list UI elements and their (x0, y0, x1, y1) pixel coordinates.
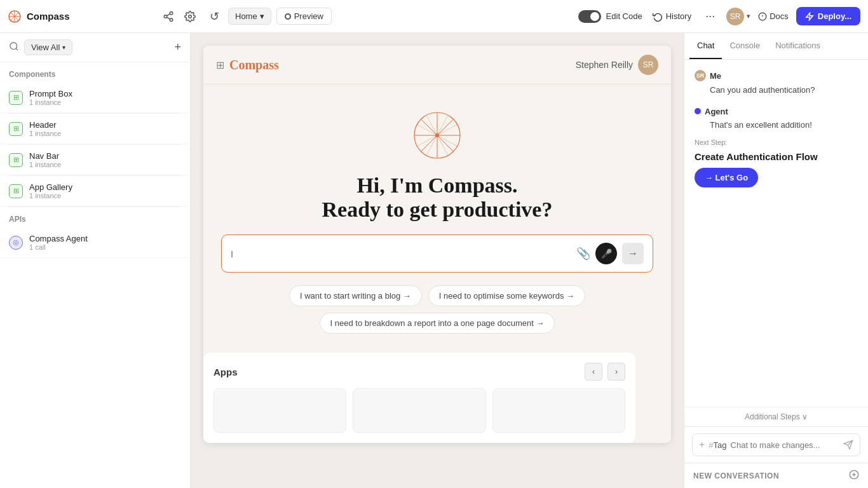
chip-1[interactable]: I need to optimise some keywords → (428, 285, 585, 306)
right-panel: Chat Console Notifications SR Me Can you… (684, 33, 868, 488)
main-layout: View All ▾ + Components ⊞ Prompt Box 1 i… (0, 33, 868, 488)
prompt-box-icon: ⊞ (9, 91, 23, 105)
agent-message-text: That's an excellent addition! (695, 119, 858, 132)
compass-agent-sub: 1 call (29, 243, 181, 251)
lets-go-button[interactable]: → Let's Go (695, 168, 758, 187)
topbar-right: SR ▾ Docs Deploy... (726, 7, 860, 25)
edit-code-toggle[interactable] (578, 10, 601, 23)
preview-button[interactable]: Preview (276, 8, 332, 25)
app-gallery-icon: ⊞ (9, 184, 23, 198)
chip-1-label: I need to optimise some keywords → (439, 291, 574, 301)
topbar-left: Compass (8, 8, 198, 25)
app-name: Compass (27, 11, 70, 22)
compass-wheel-svg (412, 110, 463, 161)
canvas: ⊞ Compass Stephen Reilly SR (191, 33, 684, 488)
header-sub: 1 instance (29, 130, 181, 137)
user-avatar: SR (726, 8, 744, 25)
prompt-input-container: 📎 🎤 → (221, 234, 653, 273)
svg-line-16 (16, 48, 18, 50)
chat-input-box: + # Tag document.querySelector('[data-na… (692, 433, 860, 456)
sidebar-item-app-gallery[interactable]: ⊞ App Gallery 1 instance (0, 176, 190, 207)
app-card-1[interactable] (214, 388, 346, 433)
deploy-icon (805, 12, 814, 21)
apps-nav: ‹ › (585, 363, 625, 381)
apps-header: Apps ‹ › (214, 363, 625, 381)
tab-notifications[interactable]: Notifications (768, 33, 828, 59)
message-agent: Agent That's an excellent addition! Next… (695, 107, 858, 188)
nav-bar-icon: ⊞ (9, 153, 23, 167)
send-button[interactable]: → (622, 243, 644, 264)
app-body: Hi, I'm Compass. Ready to get productive… (203, 85, 671, 353)
nav-bar-name: Nav Bar (29, 151, 181, 161)
me-sender: SR Me (695, 70, 858, 81)
history-icon (653, 11, 663, 22)
me-message-text: Can you add authentication? (695, 84, 858, 97)
chip-2-label: I need to breakdown a report into a one … (330, 318, 545, 328)
svg-line-8 (166, 17, 170, 19)
user-avatar-button[interactable]: SR ▾ (726, 8, 750, 25)
chip-0[interactable]: I want to start writing a blog → (289, 285, 422, 306)
settings-button[interactable] (182, 8, 198, 25)
tab-console[interactable]: Console (722, 33, 768, 59)
headline-line2: Ready to get productive? (322, 198, 553, 222)
components-section-label: Components (0, 62, 190, 83)
chip-2[interactable]: I need to breakdown a report into a one … (320, 313, 555, 334)
user-avatar-canvas: SR (638, 55, 658, 75)
sidebar-item-prompt-box[interactable]: ⊞ Prompt Box 1 instance (0, 83, 190, 113)
docs-icon (758, 12, 767, 21)
chat-input[interactable] (731, 440, 839, 450)
svg-point-5 (170, 11, 173, 15)
mic-button[interactable]: 🎤 (595, 243, 617, 264)
app-preview: ⊞ Compass Stephen Reilly SR (203, 46, 671, 443)
compass-agent-name: Compass Agent (29, 234, 181, 243)
new-conversation[interactable]: NEW CONVERSATION (684, 463, 868, 488)
prompt-box-sub: 1 instance (29, 98, 181, 106)
app-card-3[interactable] (492, 388, 625, 433)
preview-circle-icon (285, 13, 291, 20)
sidebar-item-compass-agent[interactable]: ◎ Compass Agent 1 call (0, 227, 190, 258)
undo-button[interactable]: ↺ (206, 7, 223, 26)
chat-send-button[interactable] (843, 440, 853, 450)
nav-bar-text: Nav Bar 1 instance (29, 151, 181, 168)
compass-agent-text: Compass Agent 1 call (29, 234, 181, 251)
chat-tag-button[interactable]: # Tag (709, 440, 726, 450)
view-all-label: View All (31, 43, 60, 52)
share-button[interactable] (160, 8, 177, 25)
header-text: Header 1 instance (29, 120, 181, 137)
canvas-content: ⊞ Compass Stephen Reilly SR (191, 33, 684, 488)
home-button[interactable]: Home ▾ (228, 8, 271, 25)
svg-point-26 (435, 133, 439, 137)
add-component-button[interactable]: + (174, 41, 181, 54)
sidebar-item-nav-bar[interactable]: ⊞ Nav Bar 1 instance (0, 145, 190, 175)
sidebar-search-button[interactable] (9, 41, 19, 54)
view-all-button[interactable]: View All ▾ (24, 39, 72, 55)
app-grid-icon: ⊞ (216, 59, 224, 71)
topbar-center: ↺ Home ▾ Preview Edit Code History ··· (206, 7, 719, 26)
sidebar-item-header[interactable]: ⊞ Header 1 instance (0, 114, 190, 144)
deploy-button[interactable]: Deploy... (796, 7, 860, 25)
chat-add-button[interactable]: + (699, 439, 705, 451)
prompt-input[interactable] (231, 248, 571, 259)
headline-line1: Hi, I'm Compass. (322, 173, 553, 198)
more-options-button[interactable]: ··· (702, 7, 719, 25)
additional-steps[interactable]: Additional Steps ∨ (684, 407, 868, 426)
prompt-box-name: Prompt Box (29, 89, 181, 98)
agent-label: Agent (705, 107, 728, 116)
attach-button[interactable]: 📎 (576, 247, 590, 261)
app-card-2[interactable] (353, 388, 485, 433)
tab-chat[interactable]: Chat (689, 33, 722, 59)
docs-button[interactable]: Docs (758, 11, 789, 21)
message-me: SR Me Can you add authentication? (695, 70, 858, 97)
home-chevron-icon: ▾ (260, 11, 264, 21)
header-icon: ⊞ (9, 122, 23, 136)
right-panel-tabs: Chat Console Notifications (684, 33, 868, 60)
apps-prev-button[interactable]: ‹ (585, 363, 602, 381)
nav-bar-sub: 1 instance (29, 161, 181, 168)
apps-next-button[interactable]: › (607, 363, 625, 381)
svg-point-15 (10, 43, 17, 50)
tag-label: Tag (714, 440, 727, 450)
apis-section-label: APIs (0, 207, 190, 227)
lets-go-label: → Let's Go (705, 173, 748, 182)
suggestion-chips: I want to start writing a blog → I need … (216, 285, 658, 334)
history-button[interactable]: History (648, 8, 696, 25)
